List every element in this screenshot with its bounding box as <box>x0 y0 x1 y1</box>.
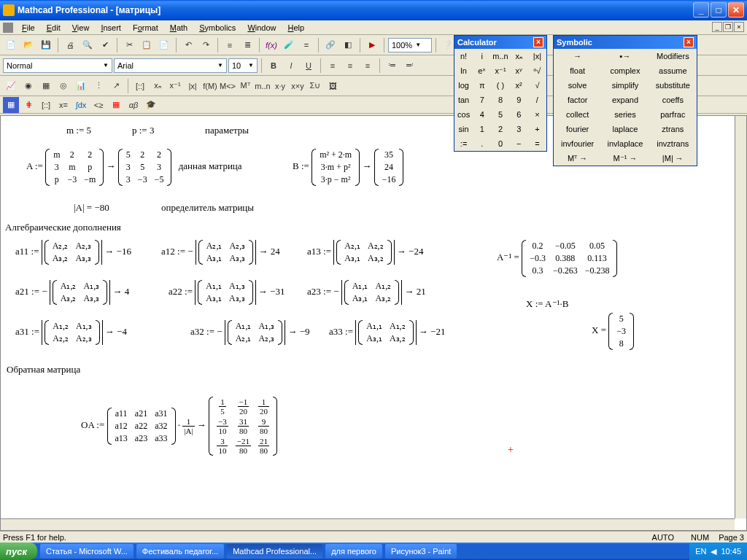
vector-button[interactable]: ↗ <box>108 78 124 94</box>
calc-key[interactable]: ln <box>454 63 473 78</box>
preview-button[interactable]: 🔍 <box>80 37 96 53</box>
sym-key[interactable]: |M| → <box>649 151 697 166</box>
zoom-dropdown[interactable]: 100%▼ <box>388 38 432 52</box>
sym-key[interactable]: simplify <box>601 78 649 93</box>
calc-key[interactable]: 6 <box>510 107 528 122</box>
calc-key[interactable]: + <box>528 122 546 136</box>
sym-key[interactable]: fourier <box>554 122 601 136</box>
sym-key[interactable]: float <box>554 63 601 78</box>
surf-button[interactable]: ▦ <box>38 78 54 94</box>
run-button[interactable]: ▶ <box>364 37 380 53</box>
calc-palette-button[interactable]: ▦ <box>3 97 19 113</box>
mdi-restore[interactable]: ❐ <box>723 22 733 32</box>
menu-file[interactable]: File <box>16 22 41 34</box>
range-button[interactable]: m..n <box>255 78 271 94</box>
start-button[interactable]: пуск <box>0 542 37 560</box>
calc-key[interactable]: π <box>473 78 491 93</box>
sym-key[interactable]: collect <box>554 107 601 122</box>
units-button[interactable]: 🧪 <box>281 37 297 53</box>
size-dropdown[interactable]: 10▼ <box>228 58 258 73</box>
a23[interactable]: a23 := − A₁,₁A₁,₂A₃,₁A₃,₂ → 21 <box>307 280 426 305</box>
calc-button[interactable]: = <box>298 37 314 53</box>
spell-button[interactable]: ✔ <box>97 37 113 53</box>
calc-key[interactable]: 2 <box>491 122 509 136</box>
font-dropdown[interactable]: Arial▼ <box>114 58 227 73</box>
calc-key[interactable]: xₙ <box>510 49 528 63</box>
param-m[interactable]: m := 5 <box>66 125 91 136</box>
a-definition[interactable]: A := m223mpp−3−m → 5223533−3−5 данная ма… <box>26 149 242 186</box>
calc-key[interactable]: x² <box>510 78 528 93</box>
redo-button[interactable]: ↷ <box>198 37 214 53</box>
graph-palette-button[interactable]: ⋕ <box>20 97 36 113</box>
vector-palette-button[interactable]: [::] <box>38 97 54 113</box>
italic-button[interactable]: I <box>283 58 299 74</box>
copy-button[interactable]: 📋 <box>139 37 155 53</box>
graph-button[interactable]: 📈 <box>3 78 19 94</box>
xn-button[interactable]: xₙ <box>150 78 166 94</box>
numbers-button[interactable]: ≕ <box>401 58 417 74</box>
a13[interactable]: a13 := A₂,₁A₂,₂A₃,₁A₃,₂ → −24 <box>307 240 423 265</box>
menu-help[interactable]: Help <box>282 22 311 34</box>
a21[interactable]: a21 := − A₁,₂A₁,₃A₃,₂A₃,₃ → 4 <box>15 280 129 305</box>
bullets-button[interactable]: ≔ <box>384 58 400 74</box>
taskbar-item[interactable]: Фестиваль педагог... <box>136 544 224 559</box>
a12[interactable]: a12 := − A₂,₁A₂,₃A₃,₁A₃,₃ → 24 <box>161 240 280 265</box>
xinv-button[interactable]: x⁻¹ <box>167 78 183 94</box>
scrollbar-horizontal[interactable] <box>1 518 735 530</box>
print-button[interactable]: 🖨 <box>62 37 78 53</box>
scatter-button[interactable]: ⋮ <box>90 78 107 94</box>
calc-key[interactable]: 4 <box>473 107 491 122</box>
dot-button[interactable]: x·y <box>272 78 288 94</box>
x-eq[interactable]: X = 5−38 <box>592 313 634 350</box>
sym-key[interactable]: substitute <box>649 78 697 93</box>
new-button[interactable]: 📄 <box>3 37 19 53</box>
prog-palette-button[interactable]: ▦ <box>108 97 124 113</box>
sym-key[interactable]: complex <box>601 63 649 78</box>
underline-button[interactable]: U <box>301 58 317 74</box>
menu-symbolics[interactable]: Symbolics <box>193 22 241 34</box>
calc-key[interactable]: x⁻¹ <box>491 63 509 78</box>
system-tray[interactable]: EN ◀ 10:45 <box>689 542 747 560</box>
sym-key[interactable]: assume <box>649 63 697 78</box>
calculus-palette-button[interactable]: ∫dx <box>73 97 89 113</box>
sym-palette-button[interactable]: 🎓 <box>143 97 159 113</box>
a11[interactable]: a11 := A₂,₂A₂,₃A₃,₂A₃,₃ → −16 <box>15 240 131 265</box>
calc-key[interactable]: n! <box>454 49 473 63</box>
det-a[interactable]: |A| = −80 <box>74 202 109 214</box>
mcol-button[interactable]: M<> <box>220 78 236 94</box>
a-inverse[interactable]: A⁻¹ = 0.2−0.050.05−0.30.3880.1130.3−0.26… <box>497 240 617 277</box>
calc-key[interactable]: 1 <box>473 122 491 136</box>
matrix-button[interactable]: [::] <box>132 78 148 94</box>
param-p[interactable]: p := 3 <box>132 125 154 136</box>
bar3d-button[interactable]: 📊 <box>73 78 89 94</box>
sym-key[interactable]: coeffs <box>649 93 697 107</box>
taskbar-item[interactable]: Mathcad Professional... <box>227 544 322 559</box>
pic-button[interactable]: 🖼 <box>325 78 341 94</box>
oa-def[interactable]: OA := a11a21a31a12a22a32a13a23a33 · 1|A|… <box>81 397 277 456</box>
undo-button[interactable]: ↶ <box>180 37 196 53</box>
mdi-min[interactable]: _ <box>712 22 722 32</box>
greek-palette-button[interactable]: αβ <box>125 97 142 113</box>
save-button[interactable]: 💾 <box>38 37 54 53</box>
align-left-button[interactable]: ≡ <box>325 58 341 74</box>
component-button[interactable]: ◧ <box>340 37 356 53</box>
tray-icon[interactable]: ◀ <box>711 547 716 556</box>
calc-key[interactable]: 0 <box>491 136 509 151</box>
sym-key[interactable]: M⁻¹ → <box>601 151 649 166</box>
calc-key[interactable]: i <box>473 49 491 63</box>
sym-key[interactable]: Modifiers <box>649 49 697 63</box>
a31[interactable]: a31 := A₁,₂A₁,₃A₂,₂A₂,₃ → −4 <box>15 320 127 345</box>
taskbar-item[interactable]: Статья - Microsoft W... <box>40 544 133 559</box>
cut-button[interactable]: ✂ <box>121 37 137 53</box>
sym-key[interactable]: series <box>601 107 649 122</box>
scrollbar-vertical[interactable] <box>735 116 746 518</box>
sym-key[interactable]: invztrans <box>649 136 697 151</box>
align-button[interactable]: ≡ <box>222 37 238 53</box>
taskbar-item[interactable]: для первого <box>325 544 382 559</box>
menu-format[interactable]: Format <box>127 22 164 34</box>
calc-key[interactable]: = <box>528 136 546 151</box>
b-definition[interactable]: B := m² + 2·m3·m + p²3·p − m² → 3524−16 <box>293 149 403 186</box>
bool-palette-button[interactable]: <≥ <box>90 97 107 113</box>
maximize-button[interactable]: □ <box>711 2 727 18</box>
calc-key[interactable]: sin <box>454 122 473 136</box>
